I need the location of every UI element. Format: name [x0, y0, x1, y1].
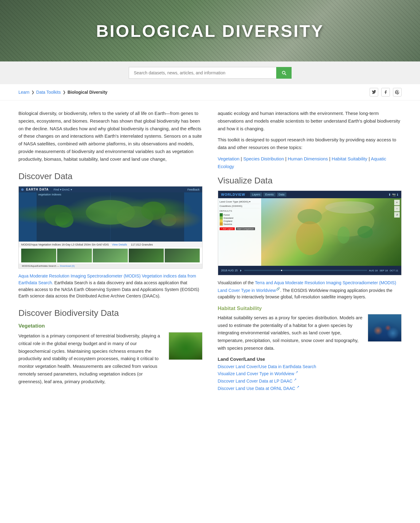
habitat-link-item-3: Discover Land Cover Data at LP DAAC ↗ [218, 378, 402, 383]
wv-sidebar-item-2: Coastlines (GSHHG) [220, 204, 260, 208]
thumb-1 [21, 249, 56, 262]
wv-sidebar-legend: Forest Grassland Cropland Savanna [220, 213, 260, 226]
vegetation-row: Vegetation is a primary component of ter… [18, 332, 202, 385]
breadcrumb-toolkits-link[interactable]: Data Toolkits [36, 90, 61, 95]
svg-point-11 [319, 206, 374, 237]
worldview-sidebar: Land Cover Type (MODIS) ▾ Coastlines (GS… [218, 198, 261, 266]
intro-paragraph-3: This toolkit is designed to support rese… [218, 136, 402, 151]
habitat-text: Habitat suitability serves as a proxy fo… [218, 314, 363, 352]
wv-tab-layers: Layers [250, 192, 262, 197]
wv-snapshot-icon[interactable]: 📷 [392, 193, 396, 196]
habitat-suitability-link[interactable]: Habitat Suitability [332, 156, 367, 161]
wv-zoom-out[interactable]: − [394, 206, 400, 211]
habitat-row: Habitat suitability serves as a proxy fo… [218, 314, 402, 352]
discover-data-heading: Discover Data [18, 171, 202, 181]
bottom-bar: MODIS/Aqua/Earthdata Search — Download (… [19, 264, 202, 268]
wv-topbar-icons: ⬆ 📷 ℹ [388, 193, 398, 196]
screenshot-body: vegetation indexes MODIS/Aqua Vegetation… [19, 192, 202, 268]
wv-sidebar-legend-label: DEFAULTS [220, 210, 260, 212]
legend-item-4: Savanna [220, 222, 260, 226]
facebook-icon[interactable] [381, 88, 390, 96]
habitat-link-item-1: Discover Land Cover/Use Data in Earthdat… [218, 364, 402, 369]
social-icons [370, 88, 402, 96]
wv-aug-label: AUG 18 [369, 269, 378, 272]
world-map-svg: vegetation indexes [19, 192, 202, 242]
legend-item-3: Cropland [220, 219, 260, 222]
svg-point-8 [161, 214, 176, 226]
svg-point-3 [44, 205, 72, 226]
land-cover-heading: Land Cover/Land Use [218, 356, 402, 362]
svg-point-14 [357, 226, 373, 238]
worldview-caption: Visualization of the Terra and Aqua Mode… [218, 280, 402, 301]
legend-item-2: Grassland [220, 216, 260, 219]
wv-sep-label: SEP 18 [379, 269, 388, 272]
wv-oct-label: OCT 11 [390, 269, 398, 272]
vegetation-link[interactable]: Vegetation [218, 156, 240, 161]
wv-add-layers-btn[interactable]: + Add Layers [220, 227, 235, 230]
wv-tab-events: Events [263, 192, 276, 197]
habitat-thumbnail [368, 314, 402, 342]
worldview-timeline: 2018 AUG 15 ⏵ AUG 18 SEP 18 OCT 11 [218, 266, 402, 275]
world-map-visual: vegetation indexes [19, 192, 202, 242]
wv-play-btn[interactable]: ⏵ [240, 269, 242, 272]
wv-info-icon[interactable]: ℹ [397, 193, 398, 196]
svg-point-12 [296, 221, 324, 255]
ext-icon-3: ↗ [294, 378, 296, 381]
discover-ornl-daac-link[interactable]: Discover Land Use Data at ORNL DAAC ↗ [218, 386, 299, 391]
main-content: Biological diversity, or biodiversity, r… [0, 100, 420, 402]
wv-rotate[interactable]: ↺ [394, 212, 400, 218]
worldview-tabs: Layers Events Data [250, 192, 286, 197]
wv-zoom-in[interactable]: + [394, 200, 400, 205]
pinterest-icon[interactable] [393, 88, 402, 96]
thumb-2 [57, 249, 92, 262]
svg-point-10 [297, 209, 322, 224]
worldview-screenshot: WORLDVIEW Layers Events Data ⬆ 📷 ℹ Land … [218, 191, 402, 275]
species-distribution-link[interactable]: Species Distribution [243, 156, 284, 161]
thumb-3 [93, 249, 128, 262]
wv-share-icon[interactable]: ⬆ [388, 193, 391, 196]
breadcrumb-sep-2: ❯ [63, 90, 66, 94]
search-input[interactable] [129, 67, 276, 79]
discover-biodiversity-heading: Discover Biodiversity Data [18, 308, 202, 318]
breadcrumb: Learn ❯ Data Toolkits ❯ Biological Diver… [0, 84, 420, 100]
screenshot-topbar: EARTH DATA Find ▾ DAAC ▾ Feedback [19, 187, 202, 192]
left-column: Biological diversity, or biodiversity, r… [18, 110, 202, 392]
vegetation-thumbnail-inner [169, 332, 202, 360]
svg-point-5 [86, 200, 135, 225]
topic-links: Vegetation | Species Distribution | Huma… [218, 155, 402, 171]
search-result-bar: MODIS/Aqua Vegetation Indices 16-Day L3 … [19, 242, 202, 247]
wv-start-comparison-btn[interactable]: Start Comparison [236, 227, 255, 230]
intro-paragraph-1: Biological diversity, or biodiversity, r… [18, 110, 202, 163]
find-label: Find ▾ DAAC ▾ [54, 188, 72, 191]
wv-sidebar-item-1: Land Cover Type (MODIS) ▾ [220, 200, 260, 204]
thumb-5 [165, 249, 200, 262]
breadcrumb-sep-1: ❯ [31, 90, 34, 94]
habitat-suitability-heading: Habitat Suitability [218, 305, 402, 312]
search-icon [281, 70, 287, 76]
svg-text:vegetation indexes: vegetation indexes [38, 193, 61, 196]
worldview-topbar: WORLDVIEW Layers Events Data ⬆ 📷 ℹ [218, 191, 402, 198]
intro-paragraph-2: aquatic ecology and human interactions w… [218, 110, 402, 132]
breadcrumb-nav: Learn ❯ Data Toolkits ❯ Biological Diver… [18, 90, 108, 95]
feedback-label: Feedback [187, 188, 200, 191]
search-button[interactable] [276, 67, 292, 79]
human-dimensions-link[interactable]: Human Dimensions [288, 156, 328, 161]
svg-point-4 [55, 212, 73, 228]
breadcrumb-learn-link[interactable]: Learn [18, 90, 29, 95]
vegetation-subheading: Vegetation [18, 323, 202, 329]
discover-caption: Aqua Moderate Resolution Imaging Spectro… [18, 273, 202, 300]
worldview-logo-label: WORLDVIEW [221, 193, 245, 196]
breadcrumb-current: Biological Diversity [68, 90, 108, 95]
svg-point-15 [325, 201, 374, 214]
thumbnail-row [19, 247, 202, 264]
worldview-controls: + − ↺ [394, 200, 400, 218]
twitter-icon[interactable] [370, 88, 378, 96]
topbar-dot [21, 188, 24, 191]
earthdata-search-screenshot: EARTH DATA Find ▾ DAAC ▾ Feedback [18, 186, 202, 269]
vegetation-text: Vegetation is a primary component of ter… [18, 332, 164, 385]
wv-date-label: 2018 AUG 15 [221, 269, 238, 272]
discover-land-cover-link[interactable]: Discover Land Cover/Use Data in Earthdat… [218, 364, 316, 369]
page-title: BIOLOGICAL DIVERSITY [96, 21, 324, 41]
visualize-land-cover-link[interactable]: Visualize Land Cover Type in Worldview ↗ [218, 371, 298, 376]
discover-lp-daac-link[interactable]: Discover Land Cover Data at LP DAAC ↗ [218, 379, 296, 383]
